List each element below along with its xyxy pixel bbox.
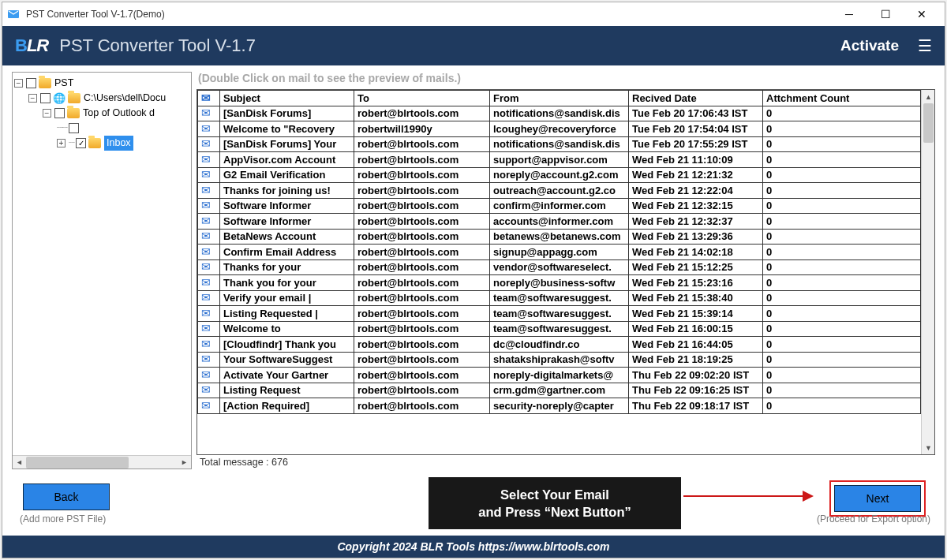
table-row[interactable]: ✉Welcome torobert@blrtools.comteam@softw…: [198, 321, 921, 337]
cell-to: robert@blrtools.com: [354, 167, 490, 183]
tree-scrollbar-horizontal[interactable]: ◄ ►: [13, 455, 191, 469]
cell-subject: AppVisor.com Account: [220, 152, 354, 168]
table-row[interactable]: ✉Listing Requested |robert@blrtools.comt…: [198, 306, 921, 322]
cell-to: robert@blrtools.com: [354, 290, 490, 306]
envelope-icon: ✉: [201, 122, 211, 135]
envelope-icon: ✉: [201, 184, 211, 196]
cell-to: robert@blrtools.com: [354, 398, 490, 414]
cell-from: notifications@sandisk.dis: [490, 106, 629, 121]
cell-subject: [Action Required]: [220, 398, 354, 414]
table-row[interactable]: ✉Activate Your Gartnerrobert@blrtools.co…: [198, 368, 921, 383]
cell-subject: Thanks for your: [220, 259, 354, 275]
window-title: PST Converter Tool V-1.7(Demo): [26, 9, 831, 20]
grid-scrollbar-vertical[interactable]: ▲ ▼: [921, 90, 934, 454]
cell-subject: Your SoftwareSuggest: [220, 352, 354, 368]
table-row[interactable]: ✉AppVisor.com Accountrobert@blrtools.com…: [198, 152, 921, 168]
cell-subject: BetaNews Account: [220, 229, 354, 245]
table-row[interactable]: ✉Thank you for yourrobert@blrtools.comno…: [198, 275, 921, 291]
table-row[interactable]: ✉Verify your email |robert@blrtools.comt…: [198, 290, 921, 306]
copyright-bar: Copyright 2024 BLR Tools https://www.blr…: [2, 536, 945, 558]
scroll-right-icon[interactable]: ►: [178, 456, 191, 469]
table-row[interactable]: ✉[Cloudfindr] Thank yourobert@blrtools.c…: [198, 337, 921, 353]
close-button[interactable]: ✕: [904, 2, 940, 26]
table-row[interactable]: ✉Software Informerrobert@blrtools.comcon…: [198, 198, 921, 214]
table-row[interactable]: ✉Thanks for yourrobert@blrtools.comvendo…: [198, 259, 921, 275]
cell-to: robert@blrtools.com: [354, 321, 490, 337]
maximize-button[interactable]: ☐: [867, 2, 904, 26]
cell-date: Thu Feb 22 09:16:25 IST: [629, 383, 763, 398]
cell-subject: Confirm Email Address: [220, 245, 354, 260]
mail-grid[interactable]: ✉ Subject To From Recived Date Attchment…: [197, 90, 921, 454]
tree-node-top[interactable]: −Top of Outlook d: [14, 106, 189, 121]
table-row[interactable]: ✉[Action Required]robert@blrtools.comsec…: [198, 398, 921, 414]
scroll-down-icon[interactable]: ▼: [922, 441, 935, 454]
col-subject[interactable]: Subject: [220, 91, 354, 106]
tree-node-path[interactable]: −🌐C:\Users\dell\Docu: [14, 91, 189, 106]
envelope-icon: ✉: [201, 137, 211, 150]
cell-to: robert@blrtools.com: [354, 198, 490, 214]
table-row[interactable]: ✉Your SoftwareSuggestrobert@blrtools.com…: [198, 352, 921, 368]
cell-att: 0: [763, 368, 921, 383]
cell-date: Wed Feb 21 12:32:37: [629, 214, 763, 230]
tree-node-empty1[interactable]: ┈┈: [14, 121, 189, 136]
cell-att: 0: [763, 337, 921, 353]
envelope-icon: ✉: [201, 383, 211, 396]
cell-to: robert@blrtools.com: [354, 259, 490, 275]
col-date[interactable]: Recived Date: [629, 91, 763, 106]
cell-subject: Thank you for your: [220, 275, 354, 291]
cell-subject: Software Informer: [220, 214, 354, 230]
envelope-icon: ✉: [201, 230, 211, 242]
cell-to: robertwill1990y: [354, 121, 490, 137]
cell-to: robert@blrtools.com: [354, 368, 490, 383]
scroll-up-icon[interactable]: ▲: [922, 90, 935, 103]
tree-node-inbox[interactable]: +┈Inbox: [14, 136, 189, 151]
scroll-thumb[interactable]: [26, 457, 129, 469]
cell-date: Tue Feb 20 17:06:43 IST: [629, 106, 763, 121]
cell-from: noreply@business-softw: [490, 275, 629, 291]
table-row[interactable]: ✉Confirm Email Addressrobert@blrtools.co…: [198, 245, 921, 260]
table-row[interactable]: ✉BetaNews Accountrobert@blrtools.combeta…: [198, 229, 921, 245]
col-icon[interactable]: ✉: [198, 91, 220, 106]
cell-att: 0: [763, 136, 921, 152]
callout-arrow-head-icon: [803, 491, 814, 502]
scroll-left-icon[interactable]: ◄: [13, 456, 26, 469]
tree-node-root[interactable]: −PST: [14, 76, 189, 91]
table-row[interactable]: ✉[SanDisk Forums]robert@blrtools.comnoti…: [198, 106, 921, 121]
table-row[interactable]: ✉Thanks for joining us!robert@blrtools.c…: [198, 183, 921, 199]
tree-label: C:\Users\dell\Docu: [84, 91, 166, 106]
cell-subject: Welcome to "Recovery: [220, 121, 354, 137]
col-to[interactable]: To: [354, 91, 490, 106]
table-row[interactable]: ✉Welcome to "Recoveryrobertwill1990ylcou…: [198, 121, 921, 137]
scroll-thumb[interactable]: [923, 103, 934, 143]
envelope-icon: ✉: [201, 368, 211, 381]
preview-hint: (Double Click on mail to see the preview…: [197, 72, 935, 89]
next-button[interactable]: Next: [834, 485, 921, 512]
cell-from: accounts@informer.com: [490, 214, 629, 230]
col-attachment[interactable]: Attchment Count: [763, 91, 921, 106]
table-row[interactable]: ✉G2 Email Verificationrobert@blrtools.co…: [198, 167, 921, 183]
col-from[interactable]: From: [490, 91, 629, 106]
cell-att: 0: [763, 290, 921, 306]
cell-att: 0: [763, 352, 921, 368]
back-button[interactable]: Back: [23, 483, 110, 510]
cell-to: robert@blrtools.com: [354, 352, 490, 368]
callout-line1: Select Your Email: [500, 486, 609, 503]
cell-from: outreach@account.g2.co: [490, 183, 629, 199]
cell-from: team@softwaresuggest.: [490, 290, 629, 306]
cell-subject: [Cloudfindr] Thank you: [220, 337, 354, 353]
cell-from: team@softwaresuggest.: [490, 306, 629, 322]
tree-label: Top of Outlook d: [83, 106, 155, 121]
cell-subject: Verify your email |: [220, 290, 354, 306]
cell-to: robert@blrtools.com: [354, 245, 490, 260]
cell-to: robert@blrtools.com: [354, 306, 490, 322]
minimize-button[interactable]: ─: [831, 2, 867, 26]
folder-tree: −PST −🌐C:\Users\dell\Docu −Top of Outloo…: [12, 72, 192, 469]
hamburger-icon[interactable]: ☰: [918, 36, 932, 55]
table-row[interactable]: ✉[SanDisk Forums] Yourrobert@blrtools.co…: [198, 136, 921, 152]
table-header-row: ✉ Subject To From Recived Date Attchment…: [198, 91, 921, 106]
table-row[interactable]: ✉Listing Requestrobert@blrtools.comcrm.g…: [198, 383, 921, 398]
footer-bar: Back (Add more PST File) Select Your Ema…: [2, 476, 945, 536]
envelope-icon: ✉: [201, 91, 211, 104]
activate-link[interactable]: Activate: [840, 37, 899, 54]
table-row[interactable]: ✉Software Informerrobert@blrtools.comacc…: [198, 214, 921, 230]
